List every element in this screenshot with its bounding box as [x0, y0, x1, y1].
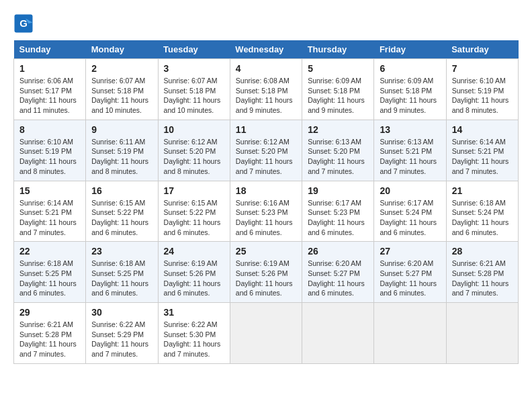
calendar-cell: 12Sunrise: 6:13 AMSunset: 5:20 PMDayligh…	[302, 120, 374, 181]
day-number: 31	[164, 307, 224, 318]
day-info: Sunrise: 6:16 AMSunset: 5:23 PMDaylight:…	[236, 198, 296, 238]
calendar-week-row: 22Sunrise: 6:18 AMSunset: 5:25 PMDayligh…	[14, 242, 519, 303]
day-header-friday: Friday	[374, 40, 446, 59]
day-number: 14	[452, 124, 513, 135]
calendar-cell: 4Sunrise: 6:08 AMSunset: 5:18 PMDaylight…	[230, 59, 302, 120]
calendar-cell	[302, 303, 374, 364]
day-number: 30	[91, 307, 152, 318]
day-number: 17	[164, 185, 224, 196]
day-number: 12	[308, 124, 368, 135]
calendar-cell	[230, 303, 302, 364]
day-info: Sunrise: 6:09 AMSunset: 5:18 PMDaylight:…	[308, 76, 368, 116]
calendar-cell: 22Sunrise: 6:18 AMSunset: 5:25 PMDayligh…	[14, 242, 86, 303]
calendar-header-row: SundayMondayTuesdayWednesdayThursdayFrid…	[14, 40, 519, 59]
day-info: Sunrise: 6:22 AMSunset: 5:29 PMDaylight:…	[91, 320, 152, 359]
day-number: 18	[236, 185, 296, 196]
calendar-cell: 6Sunrise: 6:09 AMSunset: 5:18 PMDaylight…	[374, 59, 446, 120]
calendar-cell: 31Sunrise: 6:22 AMSunset: 5:30 PMDayligh…	[158, 303, 230, 364]
day-header-thursday: Thursday	[302, 40, 374, 59]
calendar-table: SundayMondayTuesdayWednesdayThursdayFrid…	[13, 40, 519, 364]
day-info: Sunrise: 6:18 AMSunset: 5:24 PMDaylight:…	[452, 198, 513, 238]
day-header-tuesday: Tuesday	[158, 40, 230, 59]
day-info: Sunrise: 6:19 AMSunset: 5:26 PMDaylight:…	[236, 259, 296, 298]
calendar-cell: 3Sunrise: 6:07 AMSunset: 5:18 PMDaylight…	[158, 59, 230, 120]
day-number: 13	[380, 124, 440, 135]
day-number: 23	[91, 246, 152, 257]
logo: G	[13, 13, 36, 34]
day-info: Sunrise: 6:10 AMSunset: 5:19 PMDaylight:…	[452, 76, 513, 116]
logo-icon: G	[13, 13, 34, 34]
day-number: 21	[452, 185, 513, 196]
day-number: 24	[164, 246, 224, 257]
day-info: Sunrise: 6:14 AMSunset: 5:21 PMDaylight:…	[452, 137, 513, 177]
day-number: 1	[19, 63, 80, 74]
day-number: 20	[380, 185, 440, 196]
day-info: Sunrise: 6:13 AMSunset: 5:20 PMDaylight:…	[308, 137, 368, 177]
calendar-cell: 5Sunrise: 6:09 AMSunset: 5:18 PMDaylight…	[302, 59, 374, 120]
calendar-cell: 15Sunrise: 6:14 AMSunset: 5:21 PMDayligh…	[14, 181, 86, 242]
calendar-cell: 26Sunrise: 6:20 AMSunset: 5:27 PMDayligh…	[302, 242, 374, 303]
day-info: Sunrise: 6:08 AMSunset: 5:18 PMDaylight:…	[236, 76, 296, 116]
calendar-cell: 24Sunrise: 6:19 AMSunset: 5:26 PMDayligh…	[158, 242, 230, 303]
calendar-cell: 9Sunrise: 6:11 AMSunset: 5:19 PMDaylight…	[86, 120, 158, 181]
calendar-cell: 28Sunrise: 6:21 AMSunset: 5:28 PMDayligh…	[446, 242, 518, 303]
calendar-cell: 18Sunrise: 6:16 AMSunset: 5:23 PMDayligh…	[230, 181, 302, 242]
day-header-monday: Monday	[86, 40, 158, 59]
calendar-cell: 2Sunrise: 6:07 AMSunset: 5:18 PMDaylight…	[86, 59, 158, 120]
calendar-cell: 30Sunrise: 6:22 AMSunset: 5:29 PMDayligh…	[86, 303, 158, 364]
day-header-sunday: Sunday	[14, 40, 86, 59]
day-header-wednesday: Wednesday	[230, 40, 302, 59]
calendar-cell: 14Sunrise: 6:14 AMSunset: 5:21 PMDayligh…	[446, 120, 518, 181]
day-info: Sunrise: 6:18 AMSunset: 5:25 PMDaylight:…	[19, 259, 80, 298]
day-info: Sunrise: 6:22 AMSunset: 5:30 PMDaylight:…	[164, 320, 224, 359]
day-number: 27	[380, 246, 440, 257]
day-info: Sunrise: 6:06 AMSunset: 5:17 PMDaylight:…	[19, 76, 80, 116]
calendar-cell	[374, 303, 446, 364]
calendar-cell: 8Sunrise: 6:10 AMSunset: 5:19 PMDaylight…	[14, 120, 86, 181]
day-info: Sunrise: 6:07 AMSunset: 5:18 PMDaylight:…	[164, 76, 224, 116]
day-info: Sunrise: 6:18 AMSunset: 5:25 PMDaylight:…	[91, 259, 152, 298]
day-number: 7	[452, 63, 513, 74]
day-number: 6	[380, 63, 440, 74]
day-info: Sunrise: 6:12 AMSunset: 5:20 PMDaylight:…	[164, 137, 224, 177]
day-number: 19	[308, 185, 368, 196]
day-info: Sunrise: 6:17 AMSunset: 5:23 PMDaylight:…	[308, 198, 368, 238]
day-info: Sunrise: 6:15 AMSunset: 5:22 PMDaylight:…	[164, 198, 224, 238]
day-info: Sunrise: 6:21 AMSunset: 5:28 PMDaylight:…	[452, 259, 513, 298]
calendar-week-row: 15Sunrise: 6:14 AMSunset: 5:21 PMDayligh…	[14, 181, 519, 242]
day-info: Sunrise: 6:15 AMSunset: 5:22 PMDaylight:…	[91, 198, 152, 238]
calendar-cell: 11Sunrise: 6:12 AMSunset: 5:20 PMDayligh…	[230, 120, 302, 181]
day-info: Sunrise: 6:12 AMSunset: 5:20 PMDaylight:…	[236, 137, 296, 177]
calendar-week-row: 1Sunrise: 6:06 AMSunset: 5:17 PMDaylight…	[14, 59, 519, 120]
calendar-cell: 7Sunrise: 6:10 AMSunset: 5:19 PMDaylight…	[446, 59, 518, 120]
day-info: Sunrise: 6:14 AMSunset: 5:21 PMDaylight:…	[19, 198, 80, 238]
day-number: 10	[164, 124, 224, 135]
day-info: Sunrise: 6:13 AMSunset: 5:21 PMDaylight:…	[380, 137, 440, 177]
page-header: G	[13, 13, 519, 34]
calendar-cell: 1Sunrise: 6:06 AMSunset: 5:17 PMDaylight…	[14, 59, 86, 120]
day-info: Sunrise: 6:20 AMSunset: 5:27 PMDaylight:…	[308, 259, 368, 298]
calendar-cell: 21Sunrise: 6:18 AMSunset: 5:24 PMDayligh…	[446, 181, 518, 242]
day-info: Sunrise: 6:11 AMSunset: 5:19 PMDaylight:…	[91, 137, 152, 177]
calendar-cell: 17Sunrise: 6:15 AMSunset: 5:22 PMDayligh…	[158, 181, 230, 242]
calendar-cell	[446, 303, 518, 364]
day-number: 5	[308, 63, 368, 74]
calendar-cell: 25Sunrise: 6:19 AMSunset: 5:26 PMDayligh…	[230, 242, 302, 303]
day-number: 9	[91, 124, 152, 135]
calendar-cell: 27Sunrise: 6:20 AMSunset: 5:27 PMDayligh…	[374, 242, 446, 303]
day-header-saturday: Saturday	[446, 40, 518, 59]
calendar-cell: 29Sunrise: 6:21 AMSunset: 5:28 PMDayligh…	[14, 303, 86, 364]
calendar-cell: 13Sunrise: 6:13 AMSunset: 5:21 PMDayligh…	[374, 120, 446, 181]
calendar-week-row: 29Sunrise: 6:21 AMSunset: 5:28 PMDayligh…	[14, 303, 519, 364]
calendar-week-row: 8Sunrise: 6:10 AMSunset: 5:19 PMDaylight…	[14, 120, 519, 181]
day-info: Sunrise: 6:10 AMSunset: 5:19 PMDaylight:…	[19, 137, 80, 177]
day-info: Sunrise: 6:19 AMSunset: 5:26 PMDaylight:…	[164, 259, 224, 298]
calendar-cell: 19Sunrise: 6:17 AMSunset: 5:23 PMDayligh…	[302, 181, 374, 242]
day-number: 2	[91, 63, 152, 74]
day-info: Sunrise: 6:09 AMSunset: 5:18 PMDaylight:…	[380, 76, 440, 116]
day-number: 25	[236, 246, 296, 257]
day-info: Sunrise: 6:17 AMSunset: 5:24 PMDaylight:…	[380, 198, 440, 238]
day-number: 15	[19, 185, 80, 196]
day-number: 26	[308, 246, 368, 257]
calendar-cell: 23Sunrise: 6:18 AMSunset: 5:25 PMDayligh…	[86, 242, 158, 303]
